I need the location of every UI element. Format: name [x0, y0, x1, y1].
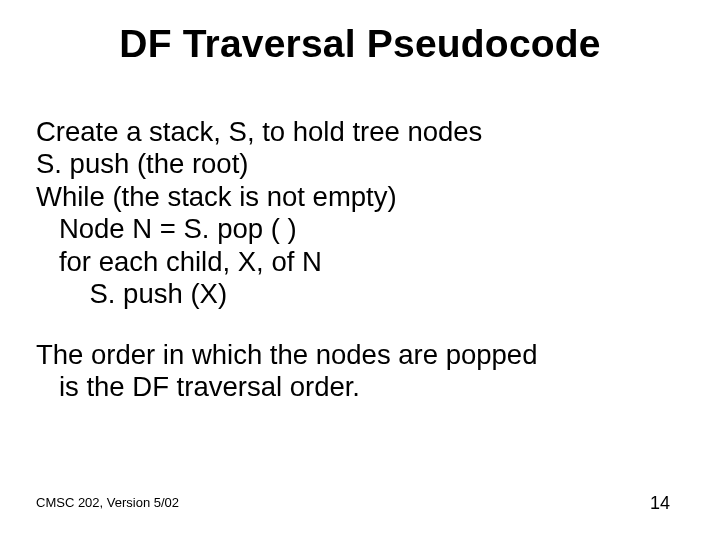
- code-line: While (the stack is not empty): [36, 181, 397, 212]
- explanation-line: is the DF traversal order.: [36, 371, 360, 402]
- code-line: Create a stack, S, to hold tree nodes: [36, 116, 482, 147]
- code-line: S. push (X): [36, 278, 227, 309]
- code-line: Node N = S. pop ( ): [36, 213, 297, 244]
- explanation-block: The order in which the nodes are popped …: [36, 339, 537, 404]
- pseudocode-block: Create a stack, S, to hold tree nodes S.…: [36, 116, 537, 311]
- explanation-line: The order in which the nodes are popped: [36, 339, 537, 370]
- code-line: for each child, X, of N: [36, 246, 322, 277]
- slide-title: DF Traversal Pseudocode: [0, 0, 720, 66]
- footer-course: CMSC 202, Version 5/02: [36, 495, 179, 510]
- code-line: S. push (the root): [36, 148, 248, 179]
- slide-body: Create a stack, S, to hold tree nodes S.…: [36, 116, 537, 404]
- page-number: 14: [650, 493, 670, 514]
